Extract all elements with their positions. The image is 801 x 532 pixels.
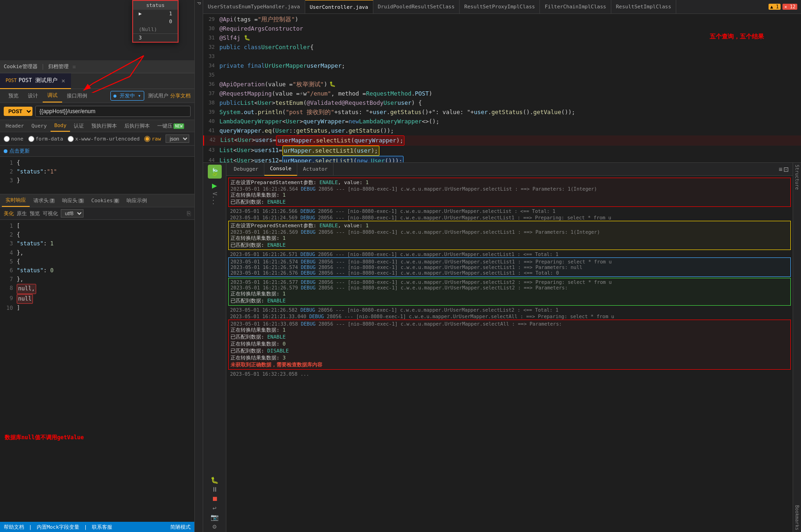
- req-tab-post[interactable]: 后执行脚本: [121, 120, 154, 132]
- sub-tab-preview[interactable]: 预览: [4, 90, 23, 102]
- ide-tab-resultsetproxy[interactable]: ResultSetProxyImplClass: [460, 0, 540, 14]
- ide-line-35: 35: [203, 71, 801, 80]
- help-doc[interactable]: 帮助文档: [4, 524, 24, 531]
- top-toolbar: Cookie管理器 | 归档管理 ≡: [0, 60, 194, 73]
- cookie-manager[interactable]: Cookie管理器: [4, 63, 38, 70]
- tab-post-test-user[interactable]: POST POST 测试用户 ×: [0, 73, 71, 89]
- status-popup[interactable]: status ▶ 1 0 (Null) 3: [132, 0, 179, 43]
- env-selector[interactable]: ● 开发中 ▾: [110, 91, 145, 101]
- sub-tab-debug[interactable]: 调试: [43, 89, 62, 103]
- resp-tab-respheader[interactable]: 响应头5: [58, 195, 87, 206]
- mock-vars[interactable]: 内置Mock字段变量: [37, 524, 80, 531]
- resp-tab-reqheader[interactable]: 请求头7: [30, 195, 58, 206]
- req-tab-auth[interactable]: 认证: [70, 120, 88, 132]
- view-icon[interactable]: V...: [211, 192, 218, 205]
- resp-tab-example[interactable]: 响应示例: [123, 195, 151, 206]
- request-body-editor[interactable]: 1 { 2 "status":"1" 3 }: [0, 157, 194, 194]
- five-queries-annotation: 五个查询，五个结果: [710, 32, 764, 41]
- dbg-btn-2[interactable]: ⊡: [783, 166, 789, 173]
- ide-line-30: 30 @RequiredArgsConstructor: [203, 24, 801, 33]
- debug-dbg-icon[interactable]: 🐛: [211, 476, 218, 484]
- req-tab-header[interactable]: Header: [2, 121, 28, 131]
- format-bar: 美化 原生 预览 可视化 utf8 ⎘: [0, 207, 194, 220]
- body-none[interactable]: none: [4, 136, 24, 142]
- tab-close-icon[interactable]: ×: [61, 77, 65, 84]
- req-tab-body[interactable]: Body: [51, 120, 70, 132]
- status-popup-row-2[interactable]: 0: [133, 18, 178, 26]
- method-select[interactable]: POST: [4, 107, 32, 116]
- status-popup-row-1[interactable]: ▶ 1: [133, 10, 178, 18]
- stop-icon[interactable]: ⏹: [211, 495, 218, 502]
- format-raw[interactable]: 原生: [17, 210, 27, 217]
- encoding-select[interactable]: utf8: [61, 209, 83, 218]
- project-icon[interactable]: P: [196, 2, 201, 5]
- status-popup-header: status: [133, 1, 178, 10]
- debug-tab-debugger[interactable]: Debugger: [228, 163, 264, 176]
- ide-line-33: 33: [203, 52, 801, 61]
- ide-tab-resultset[interactable]: ResultSetImplClass: [611, 0, 676, 14]
- bookmarks-label[interactable]: Bookmarks: [795, 505, 800, 530]
- ide-tab-usercontroller[interactable]: UserController.java: [305, 0, 373, 14]
- ide-editor: 五个查询，五个结果 29 @Api(tags = "用户控制器") 30 @Re…: [203, 14, 801, 162]
- env-action[interactable]: 测试用户: [148, 92, 168, 99]
- debug-blue-group: 2023-05-01 16:21:26.574 DEBUG 28056 --- …: [228, 257, 791, 277]
- dbg-btn-1[interactable]: ≡: [779, 166, 782, 173]
- status-popup-row-3: 3: [133, 33, 178, 42]
- body-urlencoded[interactable]: x-www-form-urlencoded: [68, 136, 140, 142]
- ide-line-40: 40 LambdaQueryWrapper<User> queryWrapper…: [203, 117, 801, 126]
- tab-bar: POST POST 测试用户 ×: [0, 73, 194, 89]
- body-options: none form-data x-www-form-urlencoded raw…: [0, 132, 194, 146]
- code-line-1: 1 {: [4, 159, 191, 167]
- debug-teal-group: 2023-05-01 16:21:33.058 DEBUG 28056 --- …: [228, 320, 791, 370]
- contact-us[interactable]: 联系客服: [92, 524, 112, 531]
- sub-tab-design[interactable]: 设计: [23, 90, 43, 102]
- ide-line-38: 38 public List<User> testEnum(@Validated…: [203, 98, 801, 108]
- ide-line-34: 34 private final UrUserMapper userMapper…: [203, 61, 801, 71]
- body-format-select[interactable]: json: [166, 135, 189, 143]
- debug-tab-actuator[interactable]: Actuator: [297, 163, 333, 176]
- ide-line-44: 44 List<User> users12 = urMapper.selectL…: [203, 156, 801, 162]
- ide-tab-druid[interactable]: DruidPooledResultSetClass: [373, 0, 460, 14]
- warn-badge: ▲ 1: [769, 4, 781, 10]
- method-url-bar: POST: [0, 103, 194, 120]
- code-line-2: 2 "status":"1": [4, 167, 191, 176]
- share-btn[interactable]: 分享文档: [170, 92, 191, 99]
- format-beautify[interactable]: 美化: [4, 210, 14, 217]
- archive-manager[interactable]: 归档管理: [48, 63, 69, 70]
- pause-icon[interactable]: ⏸: [211, 486, 218, 493]
- ide-tab-userenumhandler[interactable]: UserStatusEnumTypeHandler.java: [203, 0, 305, 14]
- settings-dbg-icon[interactable]: ⚙: [212, 523, 216, 530]
- req-tab-query[interactable]: Query: [28, 121, 51, 131]
- debug-tab-console[interactable]: Console: [264, 163, 297, 176]
- body-formdata[interactable]: form-data: [28, 136, 64, 142]
- debug-tab-bar: Debugger Console Actuator ≡ ⊡: [226, 163, 793, 176]
- ide-line-37: 37 @RequestMapping(value = ⚡w"/enum", me…: [203, 89, 801, 98]
- left-panel: status ▶ 1 0 (Null) 3 Cookie管理器 | 归档管理 ≡…: [0, 0, 195, 532]
- sub-tab-example[interactable]: 接口用例: [62, 90, 92, 102]
- camera-icon[interactable]: 📷: [211, 513, 218, 521]
- err-badge: ✕ 12: [782, 4, 797, 10]
- debug-main: Debugger Console Actuator ≡ ⊡ 正在设置: [226, 163, 793, 532]
- mode-btn[interactable]: 简陋模式: [170, 524, 191, 531]
- structure-label[interactable]: Structure: [795, 165, 800, 190]
- format-preview[interactable]: 预览: [30, 210, 40, 217]
- spring-icon[interactable]: 🍃: [208, 165, 222, 179]
- format-visual[interactable]: 可视化: [43, 210, 58, 217]
- update-btn[interactable]: 点击更新: [4, 147, 30, 154]
- run-icon[interactable]: ▶: [212, 180, 217, 190]
- copy-btn[interactable]: ⎘: [187, 210, 191, 217]
- ide-tab-filterchain[interactable]: FilterChainImplClass: [540, 0, 611, 14]
- resp-tab-realtime[interactable]: 实时响应: [2, 194, 30, 207]
- url-input[interactable]: [35, 106, 191, 117]
- resp-tab-cookies[interactable]: Cookies0: [88, 195, 123, 206]
- debug-toolbar: ≡ ⊡: [779, 166, 791, 173]
- status-popup-null: (Null): [133, 26, 178, 33]
- body-raw[interactable]: raw: [144, 136, 161, 142]
- req-tab-stress[interactable]: 一键压 NEW: [154, 120, 187, 132]
- ide-line-32: 32 public class UserController {: [203, 43, 801, 52]
- debug-red-group-1: 正在设置PreparedStatement参数: ENABLE, value: …: [228, 178, 791, 207]
- structure-sidebar: Structure Bookmarks: [793, 163, 801, 532]
- req-tab-pre[interactable]: 预执行脚本: [88, 120, 121, 132]
- right-container: UserStatusEnumTypeHandler.java UserContr…: [203, 0, 801, 532]
- step-over[interactable]: ↩: [212, 504, 216, 512]
